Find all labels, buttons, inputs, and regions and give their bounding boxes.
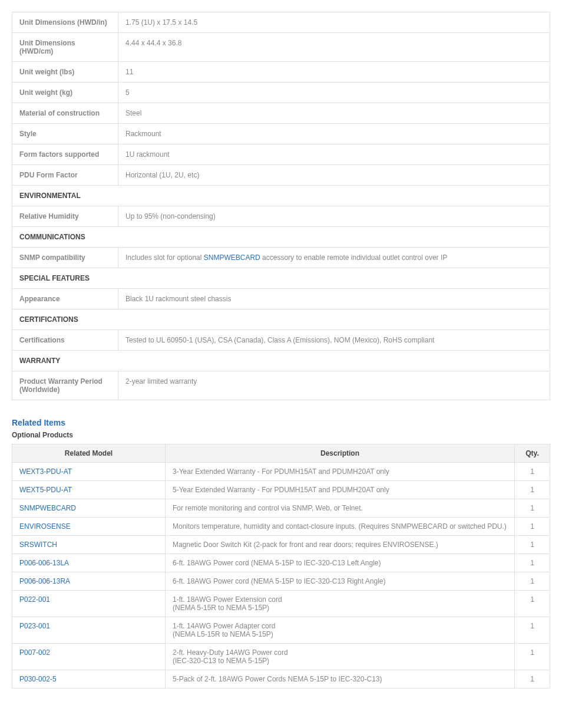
spec-value: Includes slot for optional SNMPWEBCARD a… <box>118 248 550 268</box>
spec-value: 5 <box>118 83 550 103</box>
spec-label: Appearance <box>12 289 118 309</box>
spec-label: SNMP compatibility <box>12 248 118 268</box>
related-model-link[interactable]: P023-001 <box>19 622 50 630</box>
related-model-cell: P030-002-5 <box>12 670 166 689</box>
spec-value: 2-year limited warranty <box>118 371 550 400</box>
related-model-link[interactable]: ENVIROSENSE <box>19 522 71 531</box>
related-model-cell: P023-001 <box>12 617 166 644</box>
related-model-cell: P007-002 <box>12 644 166 670</box>
related-qty-cell: 1 <box>515 481 550 499</box>
related-model-cell: ENVIROSENSE <box>12 518 166 536</box>
spec-value: Rackmount <box>118 124 550 144</box>
related-desc-cell: 1-ft. 18AWG Power Extension cord (NEMA 5… <box>166 591 515 617</box>
related-row: SNMPWEBCARDFor remote monitoring and con… <box>12 499 550 518</box>
related-model-cell: WEXT5-PDU-AT <box>12 481 166 499</box>
related-items-heading: Related Items <box>12 418 550 427</box>
related-qty-cell: 1 <box>515 499 550 518</box>
related-model-link[interactable]: WEXT3-PDU-AT <box>19 467 72 476</box>
spec-value: Black 1U rackmount steel chassis <box>118 289 550 309</box>
spec-value: 4.44 x 44.4 x 36.8 <box>118 33 550 62</box>
related-row: P023-0011-ft. 14AWG Power Adapter cord (… <box>12 617 550 644</box>
related-row: P030-002-55-Pack of 2-ft. 18AWG Power Co… <box>12 670 550 689</box>
related-desc-cell: 5-Pack of 2-ft. 18AWG Power Cords NEMA 5… <box>166 670 515 689</box>
spec-row: Unit weight (kg)5 <box>12 83 550 103</box>
related-col-qty: Qty. <box>515 444 550 463</box>
spec-section-row: ENVIRONMENTAL <box>12 186 550 206</box>
related-qty-cell: 1 <box>515 572 550 591</box>
related-desc-cell: 2-ft. Heavy-Duty 14AWG Power cord (IEC-3… <box>166 644 515 670</box>
spec-row: Relative HumidityUp to 95% (non-condensi… <box>12 206 550 227</box>
spec-section-label: CERTIFICATIONS <box>12 309 550 330</box>
spec-label: Unit Dimensions (HWD/cm) <box>12 33 118 62</box>
related-qty-cell: 1 <box>515 463 550 481</box>
spec-label: Certifications <box>12 330 118 351</box>
spec-row: AppearanceBlack 1U rackmount steel chass… <box>12 289 550 309</box>
spec-value: 1U rackmount <box>118 144 550 165</box>
related-row: WEXT3-PDU-AT3-Year Extended Warranty - F… <box>12 463 550 481</box>
related-qty-cell: 1 <box>515 536 550 554</box>
spec-row: Unit Dimensions (HWD/cm)4.44 x 44.4 x 36… <box>12 33 550 62</box>
specs-tbody: Unit Dimensions (HWD/in)1.75 (1U) x 17.5… <box>12 12 550 400</box>
spec-label: Relative Humidity <box>12 206 118 227</box>
related-model-link[interactable]: SNMPWEBCARD <box>19 504 76 512</box>
spec-value-post: accessory to enable remote individual ou… <box>260 253 448 262</box>
spec-section-label: ENVIRONMENTAL <box>12 186 550 206</box>
related-row: SRSWITCHMagnetic Door Switch Kit (2-pack… <box>12 536 550 554</box>
related-header-row: Related Model Description Qty. <box>12 444 550 463</box>
spec-row: Form factors supported1U rackmount <box>12 144 550 165</box>
related-row: ENVIROSENSEMonitors temperature, humidit… <box>12 518 550 536</box>
related-col-desc: Description <box>166 444 515 463</box>
related-desc-cell: For remote monitoring and control via SN… <box>166 499 515 518</box>
related-model-cell: SNMPWEBCARD <box>12 499 166 518</box>
spec-label: Unit weight (lbs) <box>12 62 118 83</box>
related-model-link[interactable]: WEXT5-PDU-AT <box>19 486 72 494</box>
related-model-link[interactable]: P030-002-5 <box>19 675 57 683</box>
spec-section-row: SPECIAL FEATURES <box>12 268 550 289</box>
related-qty-cell: 1 <box>515 670 550 689</box>
related-model-link[interactable]: P006-006-13LA <box>19 559 69 567</box>
snmpwebcard-link[interactable]: SNMPWEBCARD <box>204 253 260 262</box>
specs-table: Unit Dimensions (HWD/in)1.75 (1U) x 17.5… <box>12 12 550 400</box>
related-desc-cell: Monitors temperature, humidity and conta… <box>166 518 515 536</box>
spec-value-pre: Includes slot for optional <box>125 253 204 262</box>
related-qty-cell: 1 <box>515 591 550 617</box>
related-qty-cell: 1 <box>515 554 550 572</box>
spec-label: Unit weight (kg) <box>12 83 118 103</box>
related-model-link[interactable]: P007-002 <box>19 648 50 657</box>
related-desc-cell: 5-Year Extended Warranty - For PDUMH15AT… <box>166 481 515 499</box>
related-model-cell: P022-001 <box>12 591 166 617</box>
related-qty-cell: 1 <box>515 518 550 536</box>
spec-row: Material of constructionSteel <box>12 103 550 124</box>
spec-label: PDU Form Factor <box>12 165 118 186</box>
spec-value: Up to 95% (non-condensing) <box>118 206 550 227</box>
spec-row: Product Warranty Period (Worldwide)2-yea… <box>12 371 550 400</box>
related-row: P006-006-13RA6-ft. 18AWG Power cord (NEM… <box>12 572 550 591</box>
related-row: WEXT5-PDU-AT5-Year Extended Warranty - F… <box>12 481 550 499</box>
related-model-link[interactable]: SRSWITCH <box>19 541 57 549</box>
spec-row: Unit Dimensions (HWD/in)1.75 (1U) x 17.5… <box>12 12 550 33</box>
related-model-cell: P006-006-13LA <box>12 554 166 572</box>
related-row: P022-0011-ft. 18AWG Power Extension cord… <box>12 591 550 617</box>
spec-row: CertificationsTested to UL 60950-1 (USA)… <box>12 330 550 351</box>
related-model-link[interactable]: P022-001 <box>19 595 50 604</box>
related-desc-cell: Magnetic Door Switch Kit (2-pack for fro… <box>166 536 515 554</box>
related-row: P006-006-13LA6-ft. 18AWG Power cord (NEM… <box>12 554 550 572</box>
spec-value: 11 <box>118 62 550 83</box>
related-col-model: Related Model <box>12 444 166 463</box>
spec-value: Tested to UL 60950-1 (USA), CSA (Canada)… <box>118 330 550 351</box>
related-desc-cell: 6-ft. 18AWG Power cord (NEMA 5-15P to IE… <box>166 554 515 572</box>
spec-section-label: WARRANTY <box>12 351 550 371</box>
related-qty-cell: 1 <box>515 644 550 670</box>
related-model-link[interactable]: P006-006-13RA <box>19 577 70 585</box>
spec-label: Style <box>12 124 118 144</box>
related-tbody: WEXT3-PDU-AT3-Year Extended Warranty - F… <box>12 463 550 689</box>
optional-products-heading: Optional Products <box>12 431 550 439</box>
spec-label: Product Warranty Period (Worldwide) <box>12 371 118 400</box>
related-desc-cell: 1-ft. 14AWG Power Adapter cord (NEMA L5-… <box>166 617 515 644</box>
spec-section-row: CERTIFICATIONS <box>12 309 550 330</box>
related-model-cell: WEXT3-PDU-AT <box>12 463 166 481</box>
related-table: Related Model Description Qty. WEXT3-PDU… <box>12 444 550 689</box>
spec-row: Unit weight (lbs)11 <box>12 62 550 83</box>
spec-label: Form factors supported <box>12 144 118 165</box>
spec-section-row: WARRANTY <box>12 351 550 371</box>
